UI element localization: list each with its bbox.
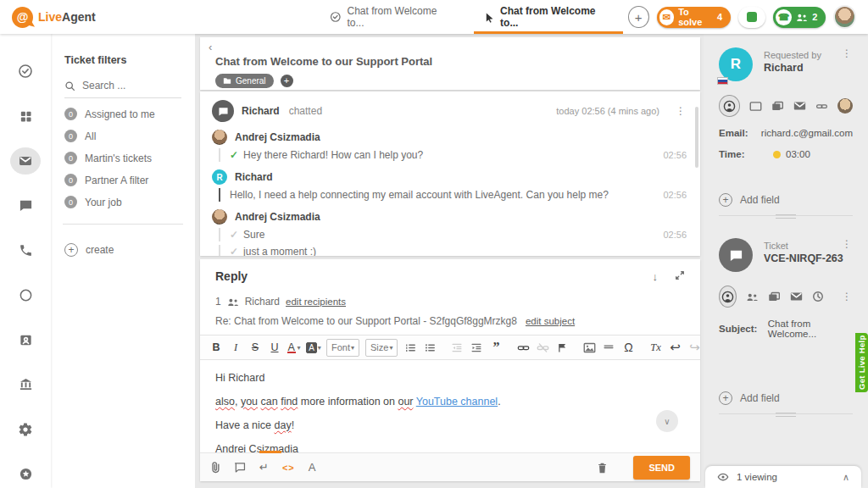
search-input[interactable] bbox=[82, 80, 167, 92]
filter-your-job[interactable]: 0Your job bbox=[64, 196, 181, 208]
add-field-button-2[interactable]: + Add field bbox=[719, 391, 853, 405]
underline-button[interactable]: U bbox=[265, 337, 284, 358]
edit-subject-link[interactable]: edit subject bbox=[526, 316, 575, 326]
filter-martins-tickets[interactable]: 0Martin's tickets bbox=[64, 152, 181, 164]
insert-link-button[interactable] bbox=[514, 337, 532, 358]
filter-partner-a[interactable]: 0Partner A filter bbox=[64, 174, 181, 186]
contact-tickets-icon[interactable] bbox=[771, 101, 784, 112]
recipient-name: Richard bbox=[245, 296, 280, 308]
user-avatar[interactable] bbox=[833, 5, 856, 29]
tab-chat-1[interactable]: Chat from Welcome to... bbox=[314, 0, 469, 34]
rail-chats-icon[interactable] bbox=[10, 191, 41, 219]
ticket-more-icon[interactable]: ⋮ bbox=[842, 291, 853, 302]
rail-calls-icon[interactable] bbox=[10, 236, 41, 264]
unlink-button[interactable] bbox=[533, 337, 552, 358]
add-field-button-1[interactable]: + Add field bbox=[719, 193, 853, 207]
filters-search bbox=[64, 80, 181, 98]
compose-body[interactable]: Hi Richard also, you can find more infor… bbox=[200, 360, 700, 452]
requester-avatar[interactable]: R bbox=[719, 47, 753, 81]
tab-label: Chat from Welcome to... bbox=[500, 5, 613, 29]
size-select[interactable]: Size▾ bbox=[365, 339, 398, 357]
collapse-reply-icon[interactable]: ↓ bbox=[653, 270, 659, 283]
text-color-button[interactable]: A▾ bbox=[285, 337, 303, 358]
insert-return-button[interactable]: ↵ bbox=[259, 461, 269, 474]
email-field: Email: richard.c@gmail.com bbox=[719, 128, 853, 138]
add-new-button[interactable]: + bbox=[628, 6, 649, 28]
rail-gamification-icon[interactable] bbox=[10, 460, 41, 488]
rail-dashboard-icon[interactable] bbox=[10, 103, 41, 130]
department-tag[interactable]: General bbox=[215, 74, 274, 88]
to-solve-button[interactable]: ✉ To solve 4 bbox=[657, 7, 732, 28]
panel-resize-handle[interactable] bbox=[719, 215, 853, 216]
plus-icon: + bbox=[719, 193, 732, 207]
italic-button[interactable]: I bbox=[226, 337, 245, 358]
message-customer-1: RRichard Hello, I need a help connecting… bbox=[212, 169, 687, 202]
collapse-left-icon[interactable]: ‹ bbox=[209, 41, 212, 53]
email-value: richard.c@gmail.com bbox=[761, 128, 853, 138]
strikethrough-button[interactable]: S bbox=[246, 337, 264, 358]
indent-button[interactable] bbox=[467, 337, 486, 358]
rail-company-icon[interactable] bbox=[10, 371, 41, 399]
filter-all[interactable]: 0All bbox=[64, 130, 181, 142]
font-select[interactable]: Font▾ bbox=[326, 339, 359, 357]
delivered-check-icon: ✓ bbox=[230, 149, 238, 161]
create-filter-button[interactable]: + create bbox=[64, 243, 181, 257]
messages-scrollbar[interactable] bbox=[695, 107, 698, 168]
brand-logo[interactable]: @ LiveAgent bbox=[0, 7, 179, 28]
contact-link-icon[interactable] bbox=[815, 102, 828, 111]
rail-contacts-icon[interactable] bbox=[10, 326, 41, 354]
email-label: Email: bbox=[719, 128, 761, 138]
discard-draft-button[interactable] bbox=[597, 462, 608, 474]
rail-tasks-icon[interactable] bbox=[10, 58, 41, 86]
recipients-row: 1 Richard edit recipients bbox=[200, 285, 700, 308]
filter-assigned-to-me[interactable]: 0Assigned to me bbox=[64, 108, 181, 120]
tab-chat-2-active[interactable]: Chat from Welcome to... bbox=[469, 0, 628, 34]
get-live-help-button[interactable]: Get Live Help bbox=[855, 333, 868, 392]
edit-recipients-link[interactable]: edit recipients bbox=[286, 297, 346, 307]
gravatar-icon[interactable] bbox=[837, 98, 853, 114]
message-menu-icon[interactable]: ⋮ bbox=[676, 105, 687, 117]
contact-email-icon[interactable] bbox=[793, 101, 806, 111]
ticket-menu-icon[interactable]: ⋮ bbox=[842, 238, 853, 250]
scroll-down-button[interactable]: ∨ bbox=[656, 410, 678, 432]
ticket-history-icon[interactable] bbox=[812, 291, 824, 302]
rail-settings-icon[interactable] bbox=[10, 415, 41, 443]
contact-details-icon[interactable] bbox=[719, 95, 740, 117]
canned-message-button[interactable] bbox=[234, 462, 246, 473]
flag-button[interactable] bbox=[553, 337, 571, 358]
rail-tickets-icon[interactable] bbox=[10, 147, 41, 175]
rail-social-icon[interactable] bbox=[10, 281, 41, 309]
ordered-list-button[interactable] bbox=[401, 337, 420, 358]
ticket-email-icon[interactable] bbox=[790, 291, 803, 302]
youtube-channel-link[interactable]: YouTube channel bbox=[416, 396, 498, 408]
calls-button[interactable]: ☎ 2 bbox=[773, 7, 826, 28]
contact-card-icon[interactable] bbox=[749, 101, 762, 112]
ticket-details-sidebar: R Requested by Richard ⋮ Email: richard.… bbox=[704, 34, 868, 488]
chat-status-button[interactable] bbox=[738, 7, 765, 28]
add-tag-button[interactable]: + bbox=[281, 75, 293, 87]
bullet-list-button[interactable] bbox=[420, 337, 439, 358]
clear-format-button[interactable]: Tx bbox=[646, 337, 665, 358]
horizontal-rule-button[interactable] bbox=[599, 337, 618, 358]
requester-menu-icon[interactable]: ⋮ bbox=[842, 47, 853, 59]
font-style-button[interactable]: A bbox=[309, 461, 316, 474]
special-char-button[interactable]: Ω bbox=[619, 337, 637, 358]
viewing-bar[interactable]: 1 viewing ∧ bbox=[705, 466, 861, 488]
attach-file-button[interactable] bbox=[210, 461, 220, 474]
panel-resize-handle[interactable] bbox=[719, 413, 853, 414]
source-code-button[interactable]: <> bbox=[282, 463, 295, 473]
expand-reply-icon[interactable] bbox=[675, 270, 685, 283]
outdent-button[interactable] bbox=[448, 337, 466, 358]
thread-author: Richard bbox=[242, 105, 280, 117]
redo-button[interactable]: ↪ bbox=[685, 337, 704, 358]
blockquote-button[interactable]: ” bbox=[487, 337, 505, 358]
bold-button[interactable]: B bbox=[207, 337, 225, 358]
send-button[interactable]: SEND bbox=[633, 456, 690, 480]
ticket-tabs: Chat from Welcome to... Chat from Welcom… bbox=[314, 0, 628, 34]
ticket-related-icon[interactable] bbox=[768, 291, 781, 302]
ticket-people-icon[interactable] bbox=[746, 292, 759, 302]
undo-button[interactable]: ↩ bbox=[665, 337, 684, 358]
ticket-details-icon[interactable] bbox=[719, 286, 737, 308]
insert-image-button[interactable] bbox=[580, 337, 598, 358]
bg-color-button[interactable]: A▾ bbox=[304, 337, 323, 358]
